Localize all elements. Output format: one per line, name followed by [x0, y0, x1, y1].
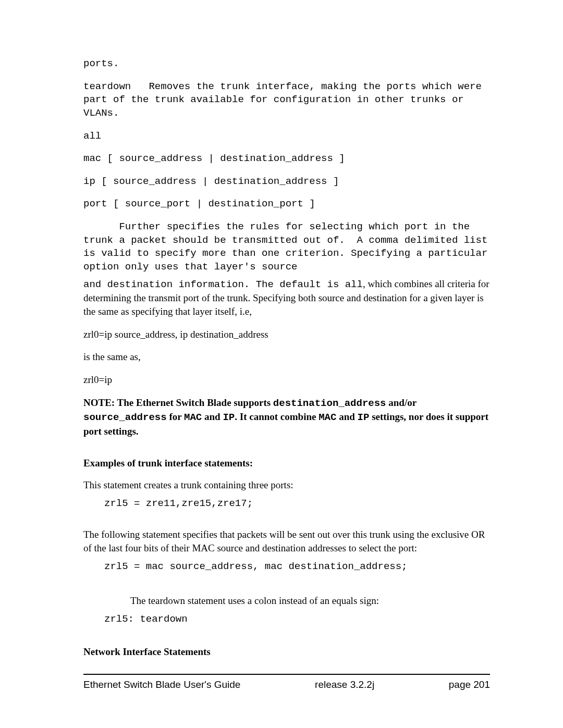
text-all-keyword: all — [345, 279, 363, 290]
note-and2: and — [336, 411, 357, 422]
footer-release: release 3.2.2j — [315, 679, 374, 690]
note-mac: MAC — [184, 412, 202, 423]
code-mac-addr: zrl5 = mac source_address, mac destinati… — [104, 560, 490, 574]
note-paragraph: NOTE: The Ethernet Switch Blade supports… — [83, 396, 490, 438]
text-mixed-lead: and destination information. The default… — [83, 279, 345, 290]
note-mid: . It cannot combine — [235, 411, 319, 422]
text-stmt-three-ports: This statement creates a trunk containin… — [83, 478, 490, 492]
text-mac-syntax: mac [ source_address | destination_addre… — [83, 152, 490, 166]
text-further-specifies: Further specifies the rules for selectin… — [83, 220, 490, 274]
text-zrl0-long: zrl0=ip source_address, ip destination_a… — [83, 328, 490, 341]
text-mixed-paragraph: and destination information. The default… — [83, 277, 490, 318]
note-prefix: NOTE: The Ethernet Switch Blade supports — [83, 397, 273, 408]
text-all: all — [83, 130, 490, 143]
heading-network-interface: Network Interface Statements — [83, 645, 490, 659]
code-three-ports: zrl5 = zre11,zre15,zre17; — [104, 497, 490, 511]
text-following-stmt: The following statement specifies that p… — [83, 528, 490, 554]
note-andor: and/or — [386, 397, 417, 408]
page-footer: Ethernet Switch Blade User's Guide relea… — [83, 679, 490, 690]
footer-page-number: page 201 — [449, 679, 490, 690]
footer-divider — [83, 674, 490, 675]
text-teardown-desc: teardown Removes the trunk interface, ma… — [83, 80, 490, 120]
note-ip: IP — [223, 412, 235, 423]
text-is-same-as: is the same as, — [83, 350, 490, 364]
text-port-syntax: port [ source_port | destination_port ] — [83, 198, 490, 211]
document-page: ports. teardown Removes the trunk interf… — [0, 0, 563, 728]
code-teardown: zrl5: teardown — [104, 613, 490, 626]
heading-examples: Examples of trunk interface statements: — [83, 456, 490, 470]
note-ip2: IP — [358, 412, 370, 423]
text-zrl0-short: zrl0=ip — [83, 373, 490, 387]
text-teardown-note: The teardown statement uses a colon inst… — [130, 594, 490, 608]
text-ports: ports. — [83, 57, 490, 71]
footer-title: Ethernet Switch Blade User's Guide — [83, 679, 240, 690]
note-for: for — [167, 411, 184, 422]
note-src-addr: source_address — [83, 412, 167, 423]
note-mac2: MAC — [319, 412, 336, 423]
note-and: and — [202, 411, 223, 422]
note-dest-addr: destination_address — [273, 398, 386, 409]
text-ip-syntax: ip [ source_address | destination_addres… — [83, 175, 490, 189]
